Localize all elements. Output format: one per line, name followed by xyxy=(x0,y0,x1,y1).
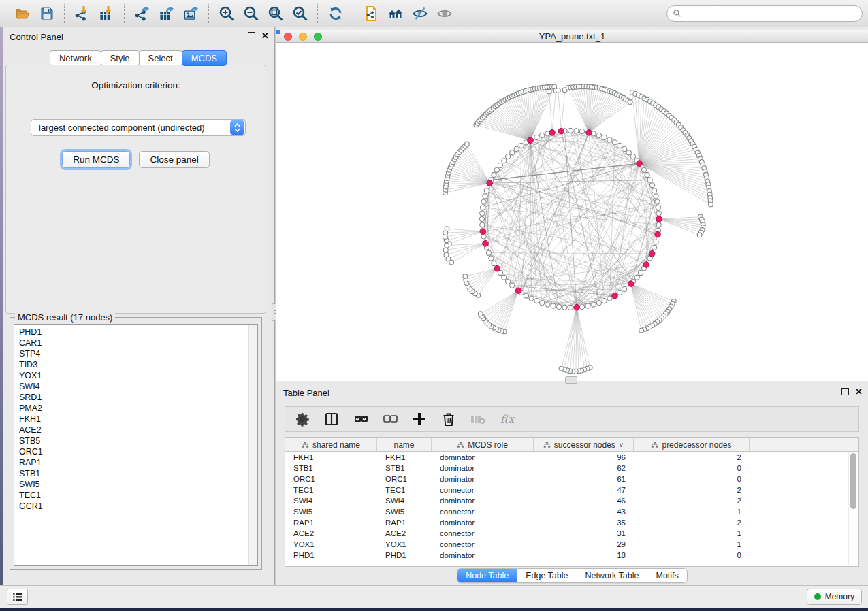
show-columns-button[interactable] xyxy=(323,410,340,428)
import-table-button[interactable] xyxy=(97,3,117,24)
home-button[interactable] xyxy=(385,3,406,24)
table-row[interactable]: FKH1FKH1dominator962 xyxy=(285,452,858,463)
run-mcds-button[interactable]: Run MCDS xyxy=(62,151,130,168)
mcds-result-item[interactable]: ORC1 xyxy=(19,446,43,457)
add-column-button[interactable] xyxy=(411,410,428,428)
new-network-from-file-button[interactable] xyxy=(361,3,381,24)
close-panel-icon[interactable]: ✕ xyxy=(261,33,269,39)
table-row[interactable]: RAP1RAP1dominator352 xyxy=(285,517,858,528)
tab-node-table[interactable]: Node Table xyxy=(457,569,517,582)
column-header-successor-nodes[interactable]: successor nodes∨ xyxy=(534,438,634,451)
import-network-button[interactable] xyxy=(72,3,93,24)
mcds-hub-node-SWI4[interactable] xyxy=(487,180,493,186)
table-row[interactable]: TEC1TEC1connector472 xyxy=(285,484,858,495)
sort-chevron-icon[interactable]: ∨ xyxy=(619,441,624,448)
mcds-hub-node-SRD1[interactable] xyxy=(483,241,489,247)
mcds-result-item[interactable]: SWI4 xyxy=(19,381,43,392)
mcds-result-item[interactable]: YOX1 xyxy=(19,370,43,381)
mcds-result-item[interactable]: PHD1 xyxy=(19,327,43,337)
zoom-in-button[interactable] xyxy=(216,3,237,24)
export-network-button[interactable] xyxy=(132,3,152,24)
close-traffic-light-icon[interactable] xyxy=(284,33,292,41)
mcds-list-scrollbar[interactable] xyxy=(248,325,257,565)
mcds-hub-node-TID3[interactable] xyxy=(480,229,486,235)
mcds-result-item[interactable]: ACE2 xyxy=(19,425,43,435)
tab-style[interactable]: Style xyxy=(101,50,140,66)
mcds-result-item[interactable]: GCR1 xyxy=(19,501,43,512)
refresh-layout-button[interactable] xyxy=(325,3,346,24)
hide-graphics-details-button[interactable] xyxy=(410,3,430,24)
table-settings-button[interactable] xyxy=(293,410,311,428)
mcds-hub-node-PHD1[interactable] xyxy=(656,216,662,222)
mcds-hub-node-ACE2[interactable] xyxy=(612,293,618,299)
tab-select[interactable]: Select xyxy=(139,50,182,66)
mcds-result-item[interactable]: CAR1 xyxy=(19,337,43,348)
mcds-hub-node-STB5[interactable] xyxy=(649,251,655,257)
table-row[interactable]: ACE2ACE2connector311 xyxy=(285,528,858,539)
mcds-result-item[interactable]: SRD1 xyxy=(19,392,43,403)
mcds-result-item[interactable]: STB1 xyxy=(19,468,43,479)
close-panel-button[interactable]: Close panel xyxy=(139,151,209,168)
table-row[interactable]: SWI4SWI4dominator462 xyxy=(285,495,858,506)
table-row[interactable]: ORC1ORC1dominator610 xyxy=(285,474,858,484)
table-row[interactable]: YOX1YOX1connector291 xyxy=(285,539,858,550)
mcds-result-item[interactable]: STP4 xyxy=(19,348,43,359)
table-row[interactable]: STB1STB1dominator620 xyxy=(285,463,858,474)
table-scrollbar-thumb[interactable] xyxy=(850,453,856,509)
select-all-checks-button[interactable] xyxy=(352,410,370,428)
minimize-traffic-light-icon[interactable] xyxy=(299,33,307,41)
zoom-selected-button[interactable] xyxy=(290,3,310,24)
float-table-panel-icon[interactable] xyxy=(841,388,849,395)
mcds-hub-node-STP4[interactable] xyxy=(558,128,564,134)
search-input[interactable] xyxy=(685,8,856,19)
column-header-MCDS-role[interactable]: MCDS role xyxy=(432,438,534,451)
show-graphics-details-button[interactable] xyxy=(434,3,455,24)
mcds-hub-node-YOX1[interactable] xyxy=(643,262,649,268)
maximize-traffic-light-icon[interactable] xyxy=(314,33,322,41)
mcds-result-item[interactable]: STB5 xyxy=(19,435,43,446)
deselect-all-checks-button[interactable] xyxy=(381,410,399,428)
mcds-hub-node-CAR1[interactable] xyxy=(549,130,556,136)
optimization-select[interactable]: largest connected component (undirected) xyxy=(31,119,246,136)
table-scrollbar[interactable] xyxy=(848,452,858,565)
open-file-button[interactable] xyxy=(12,3,33,24)
search-box[interactable] xyxy=(666,5,863,22)
column-header-shared-name[interactable]: shared name xyxy=(285,438,377,451)
mcds-hub-node-STB1[interactable] xyxy=(528,137,534,144)
mcds-hub-node-SWI5[interactable] xyxy=(515,288,521,294)
mcds-result-item[interactable]: SWI5 xyxy=(19,479,43,490)
delete-column-button[interactable] xyxy=(440,410,457,428)
mcds-hub-node-RAP1[interactable] xyxy=(628,281,634,287)
network-canvas[interactable] xyxy=(276,43,868,381)
tab-network-table[interactable]: Network Table xyxy=(577,569,647,582)
network-table-divider-grip[interactable] xyxy=(565,376,577,384)
mcds-result-item[interactable]: PMA2 xyxy=(19,403,43,414)
mcds-result-item[interactable]: TEC1 xyxy=(19,490,43,501)
table-row[interactable]: SWI5SWI5connector431 xyxy=(285,506,858,517)
mcds-hub-node-TEC1[interactable] xyxy=(574,304,580,310)
mcds-result-item[interactable]: TID3 xyxy=(19,359,43,370)
mcds-hub-node-FKH1[interactable] xyxy=(637,161,643,167)
mcds-result-list[interactable]: PHD1CAR1STP4TID3YOX1SWI4SRD1PMA2FKH1ACE2… xyxy=(14,324,258,566)
mcds-hub-node-ORC1[interactable] xyxy=(586,130,592,136)
mcds-hub-node-GCR1[interactable] xyxy=(655,231,661,237)
mcds-hub-node-PMA2[interactable] xyxy=(494,265,500,271)
tab-network[interactable]: Network xyxy=(50,50,101,66)
export-image-button[interactable] xyxy=(181,3,202,24)
zoom-fit-button[interactable] xyxy=(266,3,286,24)
memory-button[interactable]: Memory xyxy=(807,589,862,605)
float-panel-icon[interactable] xyxy=(248,32,255,39)
tab-motifs[interactable]: Motifs xyxy=(647,569,686,582)
mcds-result-item[interactable]: FKH1 xyxy=(19,414,43,425)
table-row[interactable]: PHD1PHD1dominator180 xyxy=(285,550,858,561)
tab-edge-table[interactable]: Edge Table xyxy=(517,569,576,582)
column-header-name[interactable]: name xyxy=(377,438,432,451)
tab-mcds[interactable]: MCDS xyxy=(182,50,227,66)
mcds-result-item[interactable]: RAP1 xyxy=(19,457,43,468)
show-panels-list-button[interactable] xyxy=(7,589,28,605)
zoom-out-button[interactable] xyxy=(241,3,261,24)
column-header-predecessor-nodes[interactable]: predecessor nodes xyxy=(634,438,750,451)
export-table-button[interactable] xyxy=(157,3,177,24)
save-session-button[interactable] xyxy=(37,3,57,24)
close-table-panel-icon[interactable]: ✕ xyxy=(855,389,863,395)
